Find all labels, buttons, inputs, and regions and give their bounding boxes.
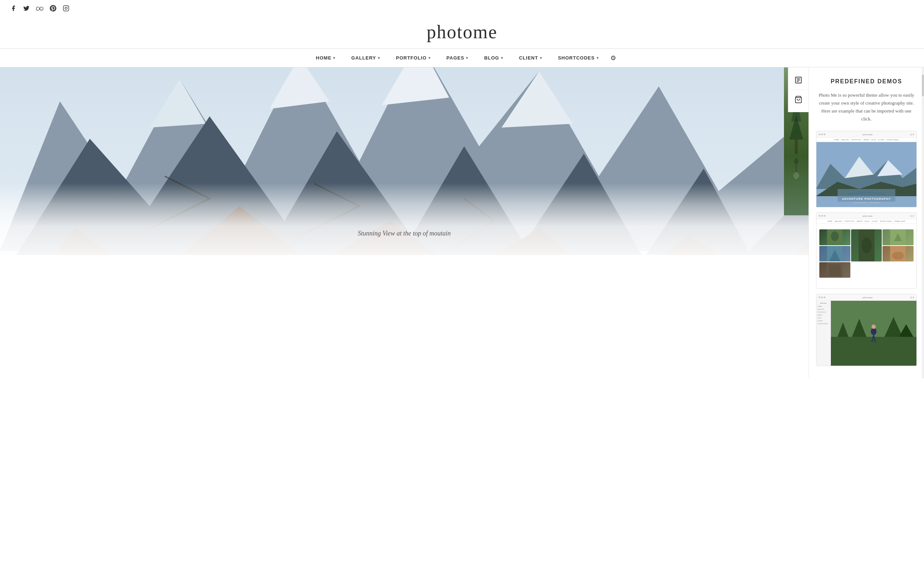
grid-cell-6 — [819, 262, 850, 278]
demo-nav-item: CLIENT — [879, 139, 885, 141]
instagram-icon[interactable] — [63, 5, 69, 13]
scrollbar-thumb[interactable] — [922, 75, 924, 96]
dot-3 — [824, 297, 825, 298]
demo-nav-item: PORTFOLIO — [851, 139, 861, 141]
chevron-down-icon: ▾ — [428, 56, 431, 60]
grid-cell-5 — [882, 246, 914, 261]
demo-3-sidebar-logo: photome — [817, 302, 829, 304]
svg-rect-2 — [63, 6, 69, 11]
site-logo[interactable]: photome — [426, 21, 498, 43]
nav-pages[interactable]: PAGES ▾ — [439, 49, 477, 67]
demo-nav-item: THEME SHOP — [894, 220, 905, 222]
chevron-down-icon: ▾ — [501, 56, 503, 60]
svg-point-40 — [861, 238, 872, 253]
demo-2-grid — [816, 226, 916, 280]
chevron-down-icon: ▾ — [540, 56, 542, 60]
demo-2-image — [816, 226, 916, 288]
dot-2 — [821, 297, 823, 298]
demo-2-nav: HOME GALLERY PORTFOLIO PAGES BLOG CLIENT… — [816, 219, 916, 224]
svg-point-27 — [794, 158, 798, 164]
demo-1-controls: ⊡ ✕ — [910, 133, 914, 135]
notes-icon-button[interactable] — [788, 70, 809, 90]
demo-thumbnail-1[interactable]: photome ⊡ ✕ HOME GALLERY PORTFOLIO PAGES… — [816, 131, 917, 207]
demo-3-nav-item: CLIENT — [817, 320, 829, 322]
chevron-down-icon: ▾ — [466, 56, 468, 60]
demo-nav-item: HOME — [834, 139, 839, 141]
dot-3 — [824, 134, 825, 135]
svg-point-57 — [872, 324, 876, 329]
nav-shortcodes[interactable]: SHORTCODES ▾ — [550, 49, 607, 67]
caption-text: Stunning View at the top of moutain — [358, 230, 451, 237]
demo-3-controls: ⊡ ✕ — [910, 296, 914, 298]
demo-1-logo: photome — [827, 134, 909, 135]
demo-3-sidebar: photome HOME GALLERY PORTFOLIO PAGES BLO… — [816, 301, 831, 366]
demo-3-main-image — [831, 301, 916, 366]
dot-1 — [819, 215, 821, 217]
demo-2-controls: ⊡ ✕ — [910, 214, 914, 217]
nav-home[interactable]: HOME ▾ — [308, 49, 343, 67]
svg-rect-26 — [795, 140, 798, 154]
demo-nav-item: PORTFOLIO — [845, 220, 855, 222]
demo-thumbnail-3[interactable]: photome ⊡ ✕ photome HOME GALLERY PORTFOL… — [816, 294, 917, 366]
grid-cell-1 — [819, 229, 850, 245]
demo-1-image: ADVENTURE PHOTOGRAPHY LANDSCAPE · NATURE — [816, 142, 916, 207]
demo-2-content — [816, 224, 916, 288]
svg-point-1 — [40, 7, 43, 10]
nav-gallery[interactable]: GALLERY ▾ — [343, 49, 388, 67]
panel-title: PREDEFINED DEMOS — [816, 78, 917, 85]
demo-3-nav-item: BLOG — [817, 317, 829, 319]
grid-cell-4 — [819, 246, 850, 261]
demo-nav-item: SHORTCODES — [880, 220, 892, 222]
hero-container: Stunning View at the top of moutain — [0, 68, 809, 255]
grid-cell-2 — [851, 229, 882, 261]
scrollbar-track[interactable] — [922, 68, 924, 378]
dot-1 — [819, 297, 821, 298]
demo-1-content: ADVENTURE PHOTOGRAPHY LANDSCAPE · NATURE — [816, 142, 916, 207]
facebook-icon[interactable] — [10, 5, 16, 13]
dot-2 — [821, 215, 823, 217]
svg-text:LANDSCAPE · NATURE: LANDSCAPE · NATURE — [853, 201, 880, 204]
svg-rect-49 — [829, 264, 841, 276]
logo-area: photome — [0, 18, 924, 48]
window-dots — [819, 215, 825, 217]
svg-point-38 — [831, 232, 839, 241]
chevron-down-icon: ▾ — [378, 56, 380, 60]
demo-nav-item: GALLERY — [842, 139, 849, 141]
demo-nav-item: PAGES — [857, 220, 863, 222]
flickr-icon[interactable] — [36, 5, 43, 13]
main-layout: Stunning View at the top of moutain — [0, 68, 924, 378]
navigation: HOME ▾ GALLERY ▾ PORTFOLIO ▾ PAGES ▾ BLO… — [0, 48, 924, 68]
nav-blog[interactable]: BLOG ▾ — [476, 49, 511, 67]
dot-1 — [819, 134, 821, 135]
demo-3-layout: photome HOME GALLERY PORTFOLIO PAGES BLO… — [816, 301, 916, 366]
demo-3-nav-item: HOME — [817, 305, 829, 307]
dot-3 — [824, 215, 825, 217]
demo-3-nav-item: GALLERY — [817, 308, 829, 310]
demo-3-nav-item: SHORTCODES — [817, 323, 829, 324]
chevron-down-icon: ▾ — [597, 56, 599, 60]
demo-2-logo: photome — [827, 215, 909, 217]
pinterest-icon[interactable] — [50, 5, 56, 13]
demo-3-header: photome ⊡ ✕ — [816, 294, 916, 301]
demo-nav-item: SHORTCODES — [887, 139, 899, 141]
svg-rect-51 — [831, 337, 916, 366]
right-panel: PREDEFINED DEMOS Photo Me is so powerful… — [809, 68, 924, 378]
demo-1-header: photome ⊡ ✕ — [816, 131, 916, 138]
demo-thumbnail-2[interactable]: photome ⊡ ✕ HOME GALLERY PORTFOLIO PAGES… — [816, 213, 917, 289]
demo-nav-item: HOME — [827, 220, 832, 222]
svg-text:ADVENTURE PHOTOGRAPHY: ADVENTURE PHOTOGRAPHY — [842, 197, 891, 200]
cart-icon-button[interactable] — [788, 90, 809, 109]
demo-nav-item: GALLERY — [835, 220, 842, 222]
social-bar — [0, 0, 924, 18]
demo-nav-item: CLIENT — [872, 220, 878, 222]
demo-3-nav-item: PORTFOLIO — [817, 311, 829, 313]
nav-client[interactable]: CLIENT ▾ — [511, 49, 550, 67]
demo-nav-item: PAGES — [863, 139, 869, 141]
twitter-icon[interactable] — [23, 5, 30, 13]
demo-3-image: photome HOME GALLERY PORTFOLIO PAGES BLO… — [816, 301, 916, 366]
settings-gear-icon[interactable]: ⚙ — [611, 54, 616, 62]
demo-3-content: photome HOME GALLERY PORTFOLIO PAGES BLO… — [816, 301, 916, 366]
demo-3-nav-item: PAGES — [817, 314, 829, 316]
demo-1-nav: HOME GALLERY PORTFOLIO PAGES BLOG CLIENT… — [816, 138, 916, 142]
nav-portfolio[interactable]: PORTFOLIO ▾ — [388, 49, 439, 67]
